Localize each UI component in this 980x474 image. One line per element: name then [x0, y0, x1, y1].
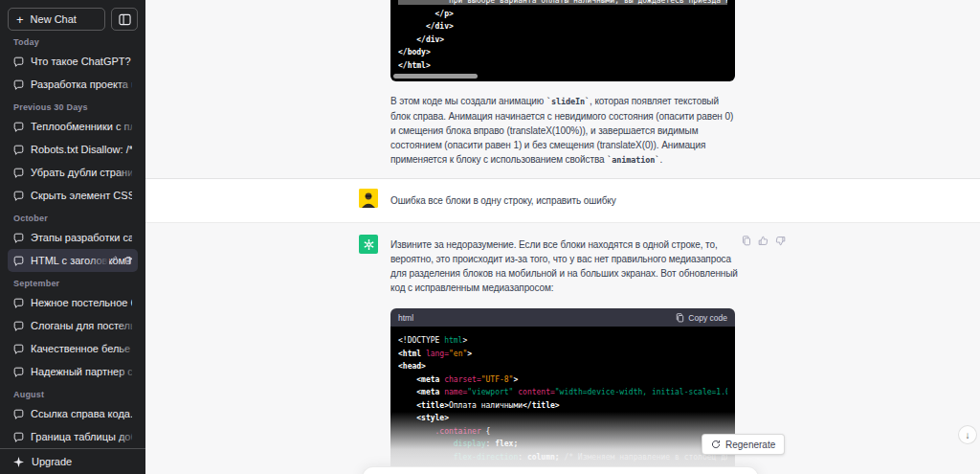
chat-title: Скрыть элемент CSS: [31, 190, 132, 201]
code-line: <!DOCTYPE html>: [398, 334, 727, 348]
copy-icon[interactable]: [742, 236, 751, 246]
sidebar-item[interactable]: Нежное постельное белье: [8, 291, 138, 314]
sidebar-item[interactable]: Разработка проекта uKit Alt: [8, 73, 138, 96]
chat-bubble-icon: [13, 233, 24, 243]
chat-bubble-icon: [13, 298, 24, 308]
code-language-label: html: [398, 313, 413, 323]
sidebar-item[interactable]: HTML с заголовком h: [8, 249, 138, 272]
thumbs-down-icon[interactable]: [775, 236, 786, 246]
token: В этом коде мы создали анимацию: [390, 96, 546, 106]
token: <!DOCTYPE: [398, 336, 444, 345]
sidebar-item[interactable]: Убрать дубли страниц пагин: [8, 161, 138, 184]
token: </p>: [398, 10, 454, 18]
section-label: Previous 30 Days: [8, 96, 138, 115]
trash-icon[interactable]: [123, 256, 133, 265]
token: <title>: [416, 401, 449, 410]
token: <meta: [416, 375, 439, 384]
token: lang=: [421, 350, 449, 358]
sidebar-item[interactable]: Качественное белье нежно: [8, 337, 138, 360]
openai-logo-icon: [363, 238, 375, 251]
token: <meta: [416, 388, 439, 396]
token: `slideIn`: [546, 97, 590, 106]
chat-bubble-icon: [13, 145, 24, 155]
token: >: [513, 375, 518, 384]
user-message: Ошибка все блоки в одну строку, исправит…: [145, 179, 980, 223]
thumbs-up-icon[interactable]: [758, 236, 768, 246]
chat-title: Ссылка справа кода.: [31, 408, 132, 419]
chat-bubble-icon: [13, 122, 24, 132]
chat-bubble-icon: [13, 432, 24, 442]
collapse-sidebar-button[interactable]: [111, 8, 138, 31]
token: </div>: [398, 35, 444, 44]
assistant-paragraph-2: Извините за недоразумение. Если все блок…: [390, 237, 741, 295]
token: content=: [513, 388, 554, 396]
code-line: при выборе варианта оплаты наличными, вы…: [398, 0, 727, 8]
code-line: </p>: [398, 8, 727, 21]
chat-bubble-icon: [13, 344, 24, 354]
sidebar: + New Chat TodayЧто такое ChatGPT?Разраб…: [0, 0, 145, 474]
item-actions: [108, 249, 133, 272]
scroll-to-bottom-button[interactable]: ↓: [958, 425, 977, 444]
chat-input[interactable]: [362, 466, 759, 474]
chat-bubble-icon: [13, 256, 24, 266]
token: [398, 388, 416, 396]
conversation-area: при выборе варианта оплаты наличными, вы…: [145, 0, 980, 474]
sidebar-item[interactable]: Robots.txt Disallow: /*q=: [8, 138, 138, 161]
regenerate-icon: [711, 440, 721, 449]
copy-code-button[interactable]: Copy code: [676, 313, 727, 323]
sidebar-top-row: + New Chat: [8, 8, 138, 31]
code-lines: при выборе варианта оплаты наличными, вы…: [398, 0, 727, 72]
code-line: </body>: [398, 46, 727, 59]
text-fade: [117, 115, 138, 138]
sidebar-item[interactable]: Скрыть элемент CSS: [8, 184, 138, 207]
token: </body>: [398, 48, 431, 56]
code-line: <title>Оплата наличными</title>: [398, 399, 727, 413]
chat-bubble-icon: [13, 79, 24, 90]
sidebar-item[interactable]: Этапы разработки сайта: [8, 226, 138, 249]
token: Оплата наличными: [449, 401, 523, 410]
sidebar-history: TodayЧто такое ChatGPT?Разработка проект…: [8, 31, 138, 448]
edit-icon[interactable]: [108, 256, 118, 265]
token: <head>: [398, 362, 426, 371]
copy-code-label: Copy code: [688, 313, 727, 323]
sidebar-item[interactable]: Ссылка справа кода.: [8, 402, 138, 425]
text-fade: [88, 249, 109, 272]
assistant-message-1: при выборе варианта оплаты наличными, вы…: [145, 0, 980, 179]
chat-bubble-icon: [13, 168, 24, 178]
sidebar-item[interactable]: Теплообменники с пластина: [8, 115, 138, 138]
sidebar-item[interactable]: Граница таблицы добавлен: [8, 425, 138, 448]
text-fade: [117, 360, 138, 383]
chat-bubble-icon: [13, 56, 24, 67]
upgrade-row[interactable]: Upgrade: [0, 448, 145, 474]
section-label: August: [8, 383, 138, 402]
message-actions: [742, 236, 786, 246]
text-fade: [117, 161, 138, 184]
upgrade-label: Upgrade: [32, 456, 72, 467]
token: "viewport": [467, 388, 513, 396]
code-line: <head>: [398, 360, 727, 373]
sidebar-item[interactable]: Что такое ChatGPT?: [8, 50, 138, 73]
token: `animation`: [607, 155, 659, 165]
token: Извините за недоразумение. Если все блок…: [390, 239, 738, 293]
section-label: Today: [8, 31, 138, 50]
user-photo: [359, 189, 378, 208]
new-chat-label: New Chat: [31, 13, 77, 25]
chat-title: Robots.txt Disallow: /*q=: [31, 144, 132, 155]
assistant-paragraph-1: В этом коде мы создали анимацию `slideIn…: [390, 94, 741, 168]
sidebar-item[interactable]: Надежный партнер сайтов: [8, 360, 138, 383]
chatgpt-avatar: [359, 235, 378, 254]
regenerate-button[interactable]: Regenerate: [702, 434, 785, 455]
token: </div>: [398, 22, 454, 31]
chat-title: Что такое ChatGPT?: [31, 56, 132, 67]
chat-bubble-icon: [13, 367, 24, 377]
text-fade: [117, 314, 138, 337]
text-fade: [117, 425, 138, 448]
code-block-header: html Copy code: [390, 308, 735, 327]
token: при выборе варианта оплаты наличными, вы…: [398, 0, 727, 5]
horizontal-scrollbar[interactable]: [393, 74, 478, 79]
sidebar-item[interactable]: Слоганы для постельного бе: [8, 314, 138, 337]
token: >: [467, 350, 472, 358]
chat-title: Нежное постельное белье: [31, 297, 132, 308]
token: "UTF-8": [481, 375, 514, 384]
new-chat-button[interactable]: + New Chat: [8, 8, 105, 31]
